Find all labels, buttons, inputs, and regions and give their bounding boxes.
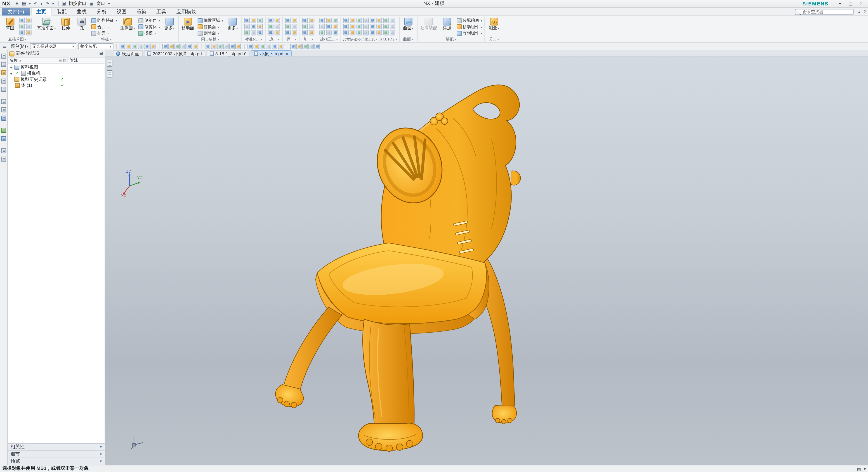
tool-icon[interactable]	[370, 30, 375, 35]
selection-tool-icon[interactable]	[187, 43, 192, 49]
assembly-navigator-icon[interactable]	[0, 53, 6, 59]
window-dropdown-icon[interactable]	[107, 0, 111, 6]
tool-icon[interactable]	[244, 30, 250, 35]
tool-icon[interactable]	[251, 18, 256, 23]
redo-dropdown-icon[interactable]	[52, 0, 55, 6]
status-dropdown-icon[interactable]	[864, 466, 866, 471]
tool-icon[interactable]	[302, 18, 308, 23]
tab-tools[interactable]: 工具	[151, 8, 171, 15]
undo-dropdown-icon[interactable]	[40, 0, 43, 6]
feature-more-button[interactable]: 更多	[162, 17, 177, 31]
save-dropdown-icon[interactable]	[28, 0, 32, 6]
tool-icon[interactable]	[376, 18, 382, 23]
tool-icon[interactable]	[363, 18, 368, 23]
delete-face-button[interactable]: 删除面	[197, 31, 224, 36]
tool-icon[interactable]	[274, 24, 280, 29]
view-navigator-icon[interactable]	[0, 86, 6, 92]
edge-blend-button[interactable]: 边倒圆	[119, 17, 136, 31]
sketch-tool-icon[interactable]	[26, 24, 31, 29]
tab-view[interactable]: 视图	[112, 8, 131, 15]
tool-icon[interactable]	[274, 30, 280, 35]
minimize-button[interactable]	[835, 0, 845, 7]
sketch-tool-icon[interactable]	[19, 24, 24, 29]
group-label-machining[interactable]: 加...	[302, 37, 315, 42]
selection-tool-icon[interactable]	[162, 43, 168, 49]
roles-icon[interactable]	[0, 148, 6, 154]
tool-icon[interactable]	[343, 24, 348, 29]
sync-more-button[interactable]: 更多	[225, 17, 240, 31]
tab-home[interactable]: 主页	[31, 8, 52, 15]
group-label-direct-sketch[interactable]: 直接草图	[3, 37, 32, 42]
tool-icon[interactable]	[285, 24, 290, 29]
extrude-button[interactable]: 拉伸	[59, 17, 73, 31]
tree-item-model-views[interactable]: + 模型视图	[8, 64, 105, 70]
tree-item-cameras[interactable]: + 摄像机	[8, 70, 105, 76]
tab-part-20221003[interactable]: 20221003-小象背_stp.prt	[144, 51, 206, 57]
tool-icon[interactable]	[383, 30, 388, 35]
group-label-assembly[interactable]: 装配	[419, 37, 483, 42]
assembly-constraints-button[interactable]: 装配约束	[456, 18, 483, 24]
switch-window-button[interactable]: 切换窗口	[68, 0, 86, 6]
tool-icon[interactable]	[363, 30, 368, 35]
tool-icon[interactable]	[257, 30, 263, 35]
group-label-modeling-tools[interactable]: 建模工...	[319, 37, 339, 42]
tool-icon[interactable]	[333, 24, 338, 29]
tab-application-modules[interactable]: 应用模块	[171, 8, 201, 15]
move-face-button[interactable]: 移动面	[181, 17, 195, 31]
expander-icon[interactable]: +	[9, 71, 13, 75]
tool-icon[interactable]	[319, 30, 325, 35]
selection-filter-dropdown[interactable]: 无选择过滤器	[30, 43, 76, 49]
touch-mode-icon[interactable]	[0, 156, 6, 162]
view-tool-icon[interactable]	[217, 43, 223, 49]
snap-tool-icon[interactable]	[132, 43, 137, 49]
snap-tool-icon[interactable]	[126, 43, 131, 49]
tool-icon[interactable]	[319, 18, 325, 23]
render-tool-icon[interactable]	[303, 43, 308, 49]
tool-icon[interactable]	[343, 18, 348, 23]
sketch-tool-icon[interactable]	[19, 30, 24, 35]
tool-icon[interactable]	[363, 24, 368, 29]
render-tool-icon[interactable]	[290, 43, 296, 49]
pattern-component-button[interactable]: 阵列组件	[456, 31, 483, 36]
check-icon[interactable]	[59, 83, 66, 88]
group-label-sync-modeling[interactable]: 同步建模	[181, 37, 240, 42]
collapse-icon[interactable]: -	[9, 77, 13, 81]
check-icon[interactable]	[58, 77, 66, 82]
snap-tool-icon[interactable]	[144, 43, 149, 49]
display-tool-icon[interactable]	[266, 43, 271, 49]
window-button[interactable]: 窗口	[96, 0, 105, 6]
group-label-edge[interactable]: 边...	[268, 37, 281, 42]
reuse-library-icon[interactable]	[0, 78, 6, 84]
process-studio-icon[interactable]	[0, 107, 6, 113]
move-component-button[interactable]: 移动组件	[456, 24, 483, 30]
render-tool-icon[interactable]	[309, 43, 314, 49]
datum-plane-button[interactable]: 基准平面	[36, 17, 57, 31]
section-preview[interactable]: 预览	[8, 458, 105, 465]
snap-tool-icon[interactable]	[120, 43, 125, 49]
snap-tool-icon[interactable]	[150, 43, 156, 49]
selection-scope-dropdown[interactable]: 整个装配	[78, 43, 114, 49]
pattern-feature-button[interactable]: 阵列特征	[91, 18, 118, 24]
offset-region-button[interactable]: 偏置区域	[197, 18, 224, 24]
history-icon[interactable]	[0, 98, 6, 105]
tool-icon[interactable]	[343, 30, 348, 35]
tool-icon[interactable]	[291, 18, 297, 23]
tool-icon[interactable]	[356, 18, 362, 23]
notes-panel-icon[interactable]	[107, 70, 112, 77]
sketch-tool-icon[interactable]	[26, 18, 31, 23]
switch-window-icon[interactable]	[61, 0, 67, 6]
display-tool-icon[interactable]	[248, 43, 253, 49]
tab-part-3-18-1[interactable]: 3-18-1_stp.prt 0	[206, 51, 250, 57]
tool-icon[interactable]	[309, 18, 314, 23]
selection-tool-icon[interactable]	[181, 43, 186, 49]
tool-icon[interactable]	[350, 30, 355, 35]
group-label-standardize[interactable]: 标准化...	[244, 37, 264, 42]
maximize-button[interactable]	[846, 0, 855, 7]
column-filter-icon[interactable]	[63, 58, 67, 63]
tool-icon[interactable]	[251, 24, 256, 29]
display-tool-icon[interactable]	[278, 43, 283, 49]
group-label-gc-toolbox[interactable]: 尺寸快速格式化工具 - GC工具箱	[343, 37, 397, 42]
tree-item-body-1[interactable]: 体 (1)	[8, 83, 105, 89]
tool-icon[interactable]	[356, 24, 362, 29]
tree-item-model-history[interactable]: - 模型历史记录	[8, 76, 105, 83]
